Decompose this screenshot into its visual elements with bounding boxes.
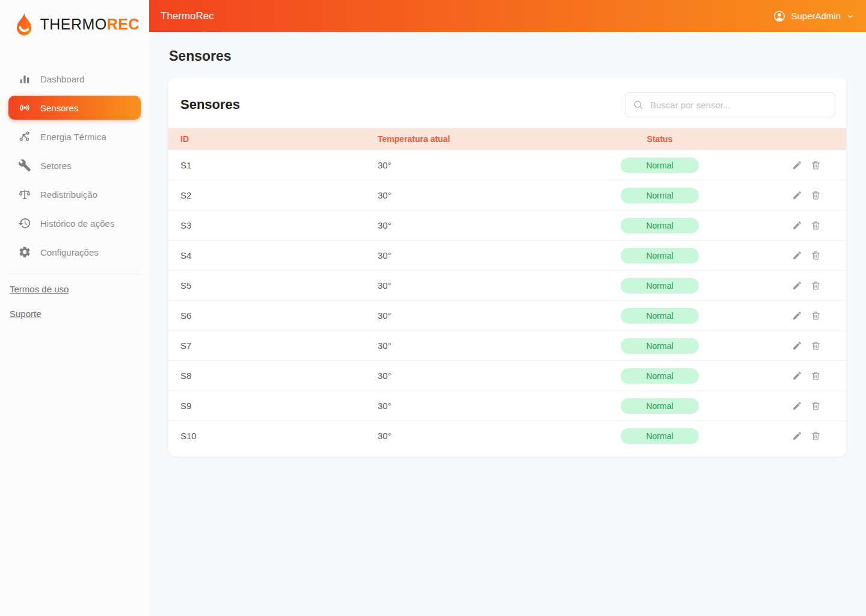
delete-icon[interactable] [811, 190, 821, 200]
table-row: S6 30° Normal [168, 300, 846, 330]
sidebar-item-label: Histórico de ações [40, 218, 114, 229]
sensor-temperature: 30° [366, 250, 564, 260]
flame-icon [13, 11, 35, 38]
wrench-icon [18, 159, 31, 172]
sidebar-item-label: Dashboard [40, 74, 84, 84]
delete-icon[interactable] [811, 280, 821, 291]
user-avatar-icon [773, 10, 786, 23]
hub-network-icon [18, 130, 31, 143]
status-badge: Normal [621, 368, 699, 384]
sensor-id: S10 [168, 431, 366, 441]
search-box [625, 92, 835, 117]
delete-icon[interactable] [811, 310, 821, 321]
sidebar-item-energia-termica[interactable]: Energia Térmica [8, 122, 141, 151]
sensors-panel: Sensores ID Temperatura atual Status S1 … [168, 78, 846, 457]
table-row: S10 30° Normal [168, 420, 846, 451]
edit-icon[interactable] [792, 401, 802, 411]
gear-icon [18, 245, 31, 259]
sensor-temperature: 30° [366, 280, 564, 291]
sensor-id: S3 [168, 220, 366, 230]
edit-icon[interactable] [792, 220, 802, 230]
edit-icon[interactable] [792, 340, 802, 351]
delete-icon[interactable] [811, 250, 821, 260]
column-header-status: Status [564, 134, 756, 144]
delete-icon[interactable] [811, 160, 821, 170]
brand-name: THERMOREC [40, 16, 140, 33]
brand-name-accent: REC [107, 16, 140, 32]
sensor-id: S1 [168, 160, 366, 170]
status-badge: Normal [621, 338, 699, 354]
balance-scale-icon [18, 188, 31, 201]
column-header-id: ID [168, 134, 366, 144]
user-name: SuperAdmin [791, 11, 841, 21]
terms-of-use-link[interactable]: Termos de uso [10, 274, 69, 299]
delete-icon[interactable] [811, 220, 821, 230]
sensor-id: S8 [168, 371, 366, 381]
sidebar-item-historico[interactable]: Histórico de ações [8, 209, 141, 238]
status-badge: Normal [621, 278, 699, 294]
sensor-temperature: 30° [366, 160, 564, 170]
sensor-id: S2 [168, 190, 366, 200]
sensor-id: S6 [168, 310, 366, 321]
sensor-temperature: 30° [366, 371, 564, 381]
delete-icon[interactable] [811, 431, 821, 441]
sidebar-item-configuracoes[interactable]: Configurações [8, 238, 141, 266]
table-row: S7 30° Normal [168, 330, 846, 360]
topbar: ThermoRec SuperAdmin [149, 0, 866, 32]
history-clock-icon [18, 217, 31, 230]
user-menu[interactable]: SuperAdmin [773, 10, 855, 23]
sidebar-item-redistribuicao[interactable]: Redistribuição [8, 180, 141, 209]
table-row: S4 30° Normal [168, 240, 846, 270]
sidebar-item-label: Redistribuição [40, 189, 97, 200]
sidebar-item-label: Sensores [40, 103, 78, 113]
support-link[interactable]: Suporte [10, 299, 41, 324]
status-badge: Normal [621, 218, 699, 233]
status-badge: Normal [621, 398, 699, 414]
sensor-id: S4 [168, 250, 366, 260]
table-row: S8 30° Normal [168, 360, 846, 390]
edit-icon[interactable] [792, 160, 802, 170]
table-row: S3 30° Normal [168, 210, 846, 240]
edit-icon[interactable] [792, 310, 802, 321]
sidebar-item-dashboard[interactable]: Dashboard [8, 64, 141, 93]
delete-icon[interactable] [811, 401, 821, 411]
edit-icon[interactable] [792, 371, 802, 381]
status-badge: Normal [621, 248, 699, 263]
sidebar-item-label: Configurações [40, 247, 99, 257]
sidebar-item-setores[interactable]: Setores [8, 151, 141, 180]
brand-logo: THERMOREC [0, 0, 149, 46]
page-title: Sensores [169, 48, 847, 64]
sensor-temperature: 30° [366, 220, 564, 230]
sidebar-item-label: Setores [40, 161, 72, 171]
sidebar-item-sensores[interactable]: Sensores [8, 96, 141, 120]
sidebar-menu: Dashboard Sensores Energia Térmica Setor… [0, 64, 149, 266]
chevron-down-icon [846, 11, 855, 21]
panel-header: Sensores [168, 78, 846, 128]
sidebar-item-label: Energia Térmica [40, 132, 106, 142]
search-icon [633, 99, 644, 111]
sensor-broadcast-icon [18, 101, 31, 114]
status-badge: Normal [621, 428, 699, 444]
delete-icon[interactable] [811, 340, 821, 351]
table-row: S1 30° Normal [168, 150, 846, 180]
table-row: S2 30° Normal [168, 180, 846, 210]
sensor-id: S7 [168, 340, 366, 351]
edit-icon[interactable] [792, 431, 802, 441]
bar-chart-icon [18, 72, 31, 85]
sidebar: THERMOREC Dashboard Sensores Energia Tér… [0, 0, 149, 616]
main-content: Sensores Sensores ID Temperatura atual S… [149, 0, 866, 457]
edit-icon[interactable] [792, 190, 802, 200]
edit-icon[interactable] [792, 280, 802, 291]
search-input[interactable] [650, 100, 828, 110]
table-row: S9 30° Normal [168, 390, 846, 420]
panel-title: Sensores [180, 97, 240, 112]
delete-icon[interactable] [811, 371, 821, 381]
sensor-temperature: 30° [366, 190, 564, 200]
sensor-temperature: 30° [366, 401, 564, 411]
edit-icon[interactable] [792, 250, 802, 260]
sensor-temperature: 30° [366, 340, 564, 351]
column-header-temperature: Temperatura atual [366, 134, 564, 144]
brand-name-primary: THERMO [40, 16, 106, 32]
status-badge: Normal [621, 188, 699, 203]
sensor-temperature: 30° [366, 310, 564, 321]
